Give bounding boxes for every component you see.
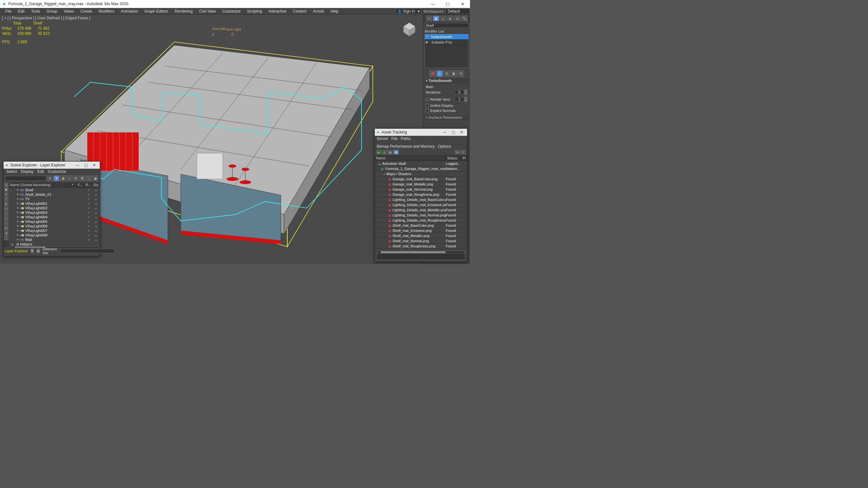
at-menu-file[interactable]: File	[391, 136, 397, 141]
menu-edit[interactable]: Edit	[14, 8, 28, 14]
se-tool2[interactable]: ≣	[80, 175, 85, 181]
at-max-button[interactable]: ▢	[449, 130, 457, 134]
iter-down[interactable]: ▼	[464, 92, 467, 95]
se-tool4[interactable]: ◪	[92, 175, 98, 181]
menu-help[interactable]: Help	[327, 8, 342, 14]
menu-customize[interactable]: Customize	[219, 8, 244, 14]
modifier-stack[interactable]: TurboSmooth ▸ Editable Poly	[425, 34, 469, 68]
scene-explorer-titlebar[interactable]: Scene Explorer - Layer Explorer — ▢ ✕	[4, 162, 100, 169]
close-button[interactable]: ✕	[455, 0, 470, 8]
workspaces-select[interactable]: Default	[445, 8, 470, 14]
at-tool3[interactable]: ▦	[394, 150, 399, 155]
menu-civil-view[interactable]: Civil View	[196, 8, 219, 14]
menu-arnold[interactable]: Arnold	[310, 8, 327, 14]
se-close-button[interactable]: ✕	[90, 163, 98, 167]
se-tool3[interactable]: ⬚	[86, 175, 92, 181]
at-col-name[interactable]: Name	[375, 156, 446, 161]
utilities-tab[interactable]: 🔧	[461, 15, 468, 21]
render-iters-check[interactable]: ✓	[426, 98, 429, 101]
filter-helper-icon[interactable]: ※	[4, 202, 8, 206]
show-end-result-button[interactable]: ▯	[436, 70, 443, 77]
menu-file[interactable]: File	[2, 8, 14, 14]
filter-group-icon[interactable]: ◫	[4, 226, 8, 231]
filter-bone-icon[interactable]: ⎍	[4, 212, 8, 216]
filter-cam-icon[interactable]: ▷	[4, 207, 8, 211]
se-row[interactable]: 👁 ⊘Shelf❄☁	[9, 188, 100, 192]
menu-rendering[interactable]: Rendering	[172, 8, 196, 14]
se-menu-customize[interactable]: Customize	[48, 169, 66, 174]
at-tool5[interactable]: ?	[461, 150, 466, 155]
rollup-surface[interactable]: Surface Parameters	[424, 115, 469, 120]
se-row[interactable]: 👁 ⊘VRayLight002❄☁	[9, 206, 100, 210]
at-row[interactable]: Lighting_Details_mat_Roughness.pngFound	[375, 218, 467, 223]
se-row[interactable]: 👁 ⊘VRayLight004❄☁	[9, 215, 100, 219]
at-tool1[interactable]: ▯	[382, 150, 387, 155]
at-row[interactable]: Garage_mat_Metallic.pngFound	[375, 182, 467, 187]
make-unique-button[interactable]: ⎘	[443, 70, 450, 77]
menu-animation[interactable]: Animation	[118, 8, 141, 14]
menu-group[interactable]: Group	[43, 8, 60, 14]
at-col-pr[interactable]: Pr	[461, 156, 467, 161]
filter-space-icon[interactable]: ≈	[4, 217, 8, 221]
filter-xref-icon[interactable]: ◈	[4, 231, 8, 235]
at-row[interactable]: Garage_mat_Normal.pngFound	[375, 187, 467, 192]
se-filter-button[interactable]: ▼	[54, 175, 59, 181]
at-menu-server[interactable]: Server	[377, 136, 388, 141]
scene-explorer-window[interactable]: Scene Explorer - Layer Explorer — ▢ ✕ Se…	[3, 161, 100, 256]
at-row[interactable]: Lighting_Details_mat_Normal.pngFound	[375, 213, 467, 218]
layer-tree-button[interactable]: ▤	[36, 248, 40, 254]
se-tool1[interactable]: ≋	[73, 175, 79, 181]
at-tool4[interactable]: ⟳	[455, 150, 460, 155]
se-max-button[interactable]: ▢	[82, 163, 90, 167]
menu-modifiers[interactable]: Modifiers	[95, 8, 118, 14]
menu-views[interactable]: Views	[60, 8, 77, 14]
at-tool2[interactable]: ▤	[388, 150, 393, 155]
minimize-button[interactable]: —	[426, 0, 440, 8]
at-row[interactable]: Formula_1_Garage_Rigged_max_vray.maxNetw…	[375, 166, 467, 171]
modifier-turbosmooth[interactable]: TurboSmooth	[425, 34, 468, 40]
filter-all-icon[interactable]: ◯	[4, 183, 8, 187]
at-row[interactable]: Garage_mat_Roughness.pngFound	[375, 192, 467, 197]
se-row[interactable]: 👁 ⊘Shelf_details_01❄☁	[9, 192, 100, 197]
remove-modifier-button[interactable]: 🗑	[451, 70, 457, 77]
hierarchy-tab[interactable]: ⌂	[440, 15, 446, 21]
configure-sets-button[interactable]: ✎	[458, 70, 464, 77]
se-helpers-group[interactable]: ▸ Helpers	[9, 242, 100, 247]
at-row[interactable]: Lighting_Details_mat_BaseColor.pngFound	[375, 197, 467, 202]
selection-set-input[interactable]	[60, 249, 115, 253]
maximize-button[interactable]: ▢	[440, 0, 455, 8]
menu-content[interactable]: Content	[289, 8, 310, 14]
at-path-input[interactable]	[376, 253, 465, 260]
menu-interactive[interactable]: Interactive	[265, 8, 289, 14]
se-row[interactable]: 👁 ⊘VRayLight007❄☁	[9, 228, 100, 233]
se-hscroll[interactable]	[10, 247, 98, 248]
modifier-list-label[interactable]: Modifier List	[423, 29, 470, 34]
modifier-editable-poly[interactable]: ▸ Editable Poly	[425, 40, 468, 45]
rend-up[interactable]: ▲	[464, 96, 467, 99]
menu-tools[interactable]: Tools	[28, 8, 43, 14]
se-row[interactable]: 👁 ⊘VRayLight001❄☁	[9, 201, 100, 206]
normals-check[interactable]	[426, 109, 429, 112]
filter-misc-icon[interactable]: …	[4, 236, 8, 240]
filter-geom-icon[interactable]: ▣	[4, 187, 8, 192]
se-row[interactable]: 👁 ⊘Wall❄☁	[9, 237, 100, 242]
at-titlebar[interactable]: Asset Tracking — ▢ ✕	[375, 129, 467, 136]
se-menu-select[interactable]: Select	[6, 169, 17, 174]
at-row[interactable]: Garage_mat_BaseColor.pngFound	[375, 176, 467, 182]
at-close-button[interactable]: ✕	[457, 130, 466, 134]
menu-create[interactable]: Create	[77, 8, 95, 14]
at-row[interactable]: Lighting_Details_mat_Metallic.pngFound	[375, 207, 467, 213]
pin-stack-button[interactable]: 📌	[429, 70, 436, 77]
at-row[interactable]: Shelf_mat_Metallic.pngFound	[375, 233, 467, 238]
menu-scripting[interactable]: Scripting	[244, 8, 265, 14]
asset-tracking-window[interactable]: Asset Tracking — ▢ ✕ ServerFilePathsBitm…	[374, 128, 467, 262]
se-lock-button[interactable]: 🔒	[60, 175, 66, 181]
at-menu-bitmap-performance-and-memory[interactable]: Bitmap Performance and Memory	[377, 144, 434, 149]
at-col-status[interactable]: Status	[446, 156, 461, 161]
render-iters-input[interactable]	[455, 97, 464, 102]
create-tab[interactable]: ＋	[426, 15, 432, 21]
se-row[interactable]: 👁 ⊘VRayLight005❄☁	[9, 219, 100, 224]
rend-down[interactable]: ▼	[464, 99, 467, 102]
iterations-input[interactable]	[455, 90, 464, 95]
se-row[interactable]: 👁 ⊘VRayLight008❄☁	[9, 233, 100, 237]
